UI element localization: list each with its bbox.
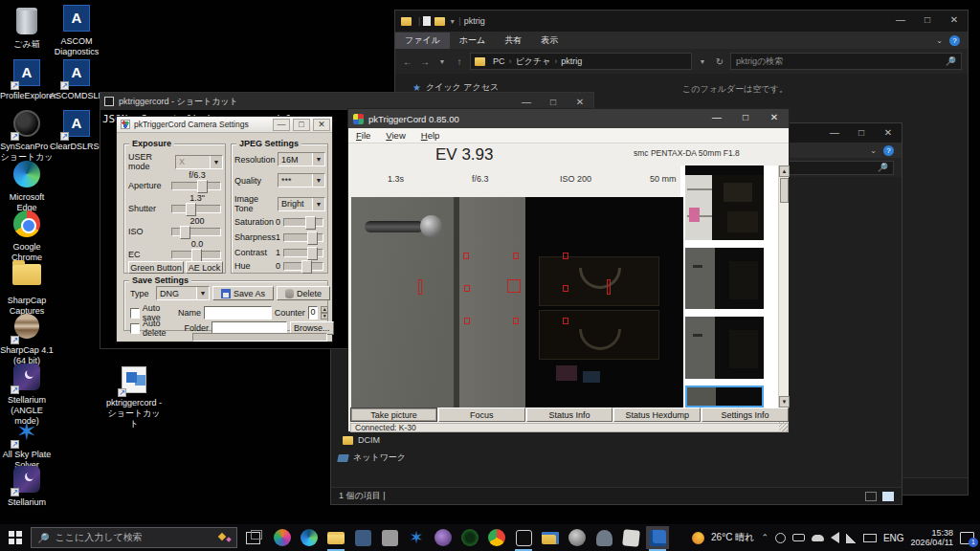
task-view-button[interactable] (246, 532, 260, 544)
focus-button[interactable]: Focus (438, 408, 525, 422)
ribbon-collapse-icon[interactable]: ⌄ (870, 146, 877, 155)
taskbar-icon-captures-folder[interactable] (539, 526, 562, 549)
desktop-icon-stellarium[interactable]: ↗ Stellarium (0, 466, 54, 508)
taskbar-icon-pktriggercord-gui[interactable] (646, 526, 669, 549)
taskbar-icon-file-explorer[interactable] (324, 526, 347, 549)
desktop-icon-sharpcap[interactable]: ↗ SharpCap 4.1 (64 bit) (0, 314, 54, 366)
quality-select[interactable]: ***▼ (278, 173, 325, 187)
battery-icon[interactable] (792, 534, 805, 541)
back-button[interactable]: ← (401, 56, 414, 67)
help-icon[interactable]: ? (949, 35, 960, 46)
status-hexdump-button[interactable]: Status Hexdump (613, 408, 701, 422)
quick-access-toolbar-icon[interactable] (434, 17, 445, 26)
minimize-button[interactable]: — (887, 11, 914, 32)
ae-lock-button[interactable]: AE Lock (186, 261, 223, 274)
ime-language[interactable]: ENG (883, 533, 904, 543)
details-view-icon[interactable] (865, 492, 877, 501)
explorer-titlebar[interactable]: | ▼ | pktrig — □ ✕ (395, 11, 968, 32)
address-dropdown-icon[interactable]: ▼ (696, 58, 709, 65)
quick-access-dropdown-icon[interactable]: ▼ (449, 18, 456, 25)
desktop-icon-pktriggercord-shortcut[interactable]: ↗ pktriggercord - ショートカット (103, 366, 165, 430)
thumbnail-scrollbar[interactable]: ▲ ▼ (778, 165, 789, 408)
taskbar-icon-phd[interactable] (432, 526, 455, 549)
desktop-icon-sharpcap-captures[interactable]: SharpCap Captures (0, 260, 54, 317)
desktop-icon-profileexplorer[interactable]: A↗ ProfileExplorer (0, 59, 54, 101)
hue-slider[interactable] (283, 262, 323, 271)
forward-button[interactable]: → (418, 56, 432, 67)
delete-button[interactable]: Delete (277, 286, 330, 300)
recent-locations-icon[interactable]: ▼ (435, 58, 449, 65)
desktop-icon-google-chrome[interactable]: Google Chrome (0, 210, 54, 263)
save-as-button[interactable]: Save As (212, 286, 274, 300)
quick-access-toolbar-icon[interactable] (423, 16, 431, 26)
name-input[interactable] (204, 306, 272, 320)
volume-icon[interactable] (831, 532, 839, 543)
aperture-slider[interactable] (171, 182, 221, 190)
desktop-icon-cleardslrscpro[interactable]: A↗ ClearDSLRSCPro. (50, 110, 103, 152)
taskbar-icon-sharpcap[interactable] (458, 526, 481, 549)
thumbnail-2[interactable] (685, 248, 764, 309)
tab-file[interactable]: ファイル (395, 33, 450, 49)
close-button[interactable]: ✕ (760, 109, 789, 128)
sidebar-item-network[interactable]: ネットワーク (338, 452, 406, 464)
action-center-icon[interactable]: 1 (960, 532, 974, 544)
green-button[interactable]: Green Button (128, 261, 184, 274)
ime-keyboard-icon[interactable] (863, 534, 877, 542)
clock[interactable]: 15:38 2026/04/11 (911, 528, 953, 547)
menu-view[interactable]: View (378, 130, 412, 141)
help-icon[interactable]: ? (883, 145, 894, 156)
desktop-icon-recycle-bin[interactable]: ごみ箱 (0, 8, 54, 50)
iso-slider[interactable] (171, 228, 221, 236)
file-type-select[interactable]: DNG▼ (156, 286, 210, 300)
user-mode-select[interactable]: X▼ (175, 155, 223, 169)
taskbar-icon-notes[interactable] (619, 526, 642, 549)
weather-text[interactable]: 26°C 晴れ (711, 531, 754, 544)
minimize-button[interactable]: — (702, 109, 731, 128)
taskbar-icon-chrome[interactable] (485, 526, 508, 549)
desktop-icon-ascomdslrtest[interactable]: A↗ ASCOMDSLRTest (50, 59, 103, 101)
breadcrumb[interactable]: PC› ピクチャ› pktrig (470, 53, 692, 70)
ribbon-collapse-icon[interactable]: ⌄ (936, 36, 943, 45)
shutter-slider[interactable] (171, 205, 221, 213)
maximize-button[interactable]: □ (914, 11, 941, 32)
onedrive-icon[interactable] (812, 535, 824, 541)
thumbnail-3[interactable] (685, 317, 764, 379)
network-icon[interactable] (846, 533, 857, 543)
auto-save-checkbox[interactable] (130, 308, 140, 319)
desktop-icon-allsky-plate-solver[interactable]: ✶↗ All Sky Plate Solver (0, 418, 54, 471)
close-button[interactable]: ✕ (941, 11, 968, 32)
contrast-slider[interactable] (283, 249, 323, 257)
taskbar-icon-stellarium[interactable] (566, 526, 589, 549)
taskbar-icon-app[interactable] (378, 526, 401, 549)
ec-slider[interactable] (171, 251, 221, 259)
sharpness-slider[interactable] (283, 233, 323, 242)
taskbar-icon-plate-solver[interactable]: ✶ (405, 526, 428, 549)
take-picture-button[interactable]: Take picture (350, 408, 437, 422)
maximize-button[interactable]: □ (731, 109, 760, 128)
resize-grip[interactable] (779, 422, 789, 431)
menu-help[interactable]: Help (413, 130, 448, 141)
sidebar-item-dcim[interactable]: DCIM (343, 435, 380, 445)
tab-share[interactable]: 共有 (495, 33, 531, 49)
start-button[interactable] (9, 531, 22, 544)
thumbnail-1[interactable] (685, 165, 764, 240)
maximize-button[interactable]: □ (293, 119, 310, 131)
tab-home[interactable]: ホーム (450, 33, 495, 49)
tray-expand-icon[interactable]: ⌃ (761, 533, 768, 542)
window-titlebar[interactable]: pkTriggerCord 0.85.00 — □ ✕ (348, 109, 789, 128)
status-info-button[interactable]: Status Info (526, 408, 613, 422)
counter-input[interactable]: 0 (308, 306, 319, 320)
thumbnails-view-icon[interactable] (882, 492, 894, 501)
taskbar-icon-edge[interactable] (298, 526, 321, 549)
taskbar-icon-widgets[interactable] (271, 526, 294, 549)
minimize-button[interactable]: — (273, 119, 290, 131)
thumbnail-4-selected[interactable] (685, 386, 764, 408)
resolution-select[interactable]: 16M▼ (278, 152, 325, 166)
image-tone-select[interactable]: Bright▼ (278, 197, 325, 211)
taskbar-icon-calculator[interactable] (351, 526, 374, 549)
settings-info-button[interactable]: Settings Info (702, 408, 789, 422)
maximize-button[interactable]: □ (848, 123, 875, 143)
minimize-button[interactable]: — (821, 123, 848, 143)
tab-view[interactable]: 表示 (531, 33, 568, 49)
scroll-up-icon[interactable]: ▲ (779, 165, 790, 177)
